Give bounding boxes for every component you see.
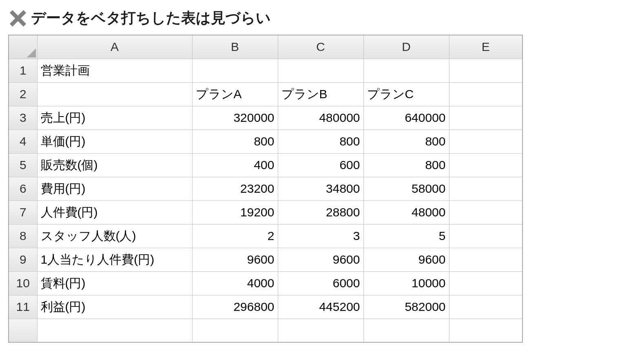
cell-A4[interactable]: 単価(円) xyxy=(37,130,192,153)
cell-C2[interactable]: プランB xyxy=(278,82,363,106)
table-row-partial xyxy=(9,319,522,342)
select-all-corner[interactable] xyxy=(9,35,37,59)
cell-E10[interactable] xyxy=(449,271,522,295)
row-header-5[interactable]: 5 xyxy=(9,153,37,177)
cell-D10[interactable]: 10000 xyxy=(363,271,449,295)
cell-A9[interactable]: 1人当たり人件費(円) xyxy=(37,248,192,271)
cell-D1[interactable] xyxy=(363,59,449,82)
cell-D5[interactable]: 800 xyxy=(363,153,449,177)
cell-C11[interactable]: 445200 xyxy=(278,295,363,319)
row-header-9[interactable]: 9 xyxy=(9,248,37,271)
cell-C10[interactable]: 6000 xyxy=(278,271,363,295)
cell-B4[interactable]: 800 xyxy=(192,130,278,153)
row-header-10[interactable]: 10 xyxy=(9,271,37,295)
cell-B12[interactable] xyxy=(192,319,278,342)
x-mark-icon xyxy=(8,9,28,28)
cell-D9[interactable]: 9600 xyxy=(363,248,449,271)
row-header-7[interactable]: 7 xyxy=(9,200,37,224)
row-header-1[interactable]: 1 xyxy=(9,59,37,82)
cell-D11[interactable]: 582000 xyxy=(363,295,449,319)
cell-B11[interactable]: 296800 xyxy=(192,295,278,319)
page-heading: データをベタ打ちした表は見づらい xyxy=(8,8,636,28)
cell-C6[interactable]: 34800 xyxy=(278,177,363,200)
cell-E8[interactable] xyxy=(449,224,522,248)
table-row: 8 スタッフ人数(人) 2 3 5 xyxy=(9,224,522,248)
cell-C1[interactable] xyxy=(278,59,363,82)
cell-B7[interactable]: 19200 xyxy=(192,200,278,224)
col-header-D[interactable]: D xyxy=(363,35,449,59)
cell-B2[interactable]: プランA xyxy=(192,82,278,106)
cell-E7[interactable] xyxy=(449,200,522,224)
row-header-11[interactable]: 11 xyxy=(9,295,37,319)
table-row: 5 販売数(個) 400 600 800 xyxy=(9,153,522,177)
cell-E6[interactable] xyxy=(449,177,522,200)
col-header-E[interactable]: E xyxy=(449,35,522,59)
cell-B6[interactable]: 23200 xyxy=(192,177,278,200)
cell-E11[interactable] xyxy=(449,295,522,319)
cell-D12[interactable] xyxy=(363,319,449,342)
heading-text: データをベタ打ちした表は見づらい xyxy=(31,8,271,28)
cell-A1[interactable]: 営業計画 xyxy=(37,59,192,82)
cell-B8[interactable]: 2 xyxy=(192,224,278,248)
cell-D4[interactable]: 800 xyxy=(363,130,449,153)
table-row: 10 賃料(円) 4000 6000 10000 xyxy=(9,271,522,295)
row-header-2[interactable]: 2 xyxy=(9,82,37,106)
row-header-4[interactable]: 4 xyxy=(9,130,37,153)
cell-C12[interactable] xyxy=(278,319,363,342)
row-header-12[interactable] xyxy=(9,319,37,342)
cell-E12[interactable] xyxy=(449,319,522,342)
cell-C5[interactable]: 600 xyxy=(278,153,363,177)
cell-D8[interactable]: 5 xyxy=(363,224,449,248)
row-header-8[interactable]: 8 xyxy=(9,224,37,248)
cell-A3[interactable]: 売上(円) xyxy=(37,106,192,130)
cell-B5[interactable]: 400 xyxy=(192,153,278,177)
cell-D7[interactable]: 48000 xyxy=(363,200,449,224)
table-row: 9 1人当たり人件費(円) 9600 9600 9600 xyxy=(9,248,522,271)
column-header-row: A B C D E xyxy=(9,35,522,59)
col-header-C[interactable]: C xyxy=(278,35,363,59)
cell-E1[interactable] xyxy=(449,59,522,82)
cell-A12[interactable] xyxy=(37,319,192,342)
cell-E4[interactable] xyxy=(449,130,522,153)
cell-A5[interactable]: 販売数(個) xyxy=(37,153,192,177)
cell-C4[interactable]: 800 xyxy=(278,130,363,153)
cell-A6[interactable]: 費用(円) xyxy=(37,177,192,200)
cell-D6[interactable]: 58000 xyxy=(363,177,449,200)
cell-B3[interactable]: 320000 xyxy=(192,106,278,130)
table-row: 4 単価(円) 800 800 800 xyxy=(9,130,522,153)
cell-E3[interactable] xyxy=(449,106,522,130)
col-header-B[interactable]: B xyxy=(192,35,278,59)
cell-E5[interactable] xyxy=(449,153,522,177)
cell-C9[interactable]: 9600 xyxy=(278,248,363,271)
table-row: 1 営業計画 xyxy=(9,59,522,82)
cell-A7[interactable]: 人件費(円) xyxy=(37,200,192,224)
row-header-3[interactable]: 3 xyxy=(9,106,37,130)
cell-D3[interactable]: 640000 xyxy=(363,106,449,130)
table-row: 3 売上(円) 320000 480000 640000 xyxy=(9,106,522,130)
spreadsheet-grid: A B C D E 1 営業計画 2 プランA プランB プランC 3 売上(円… xyxy=(8,35,523,343)
cell-E9[interactable] xyxy=(449,248,522,271)
cell-B10[interactable]: 4000 xyxy=(192,271,278,295)
cell-A11[interactable]: 利益(円) xyxy=(37,295,192,319)
cell-A10[interactable]: 賃料(円) xyxy=(37,271,192,295)
cell-C3[interactable]: 480000 xyxy=(278,106,363,130)
table-row: 6 費用(円) 23200 34800 58000 xyxy=(9,177,522,200)
cell-D2[interactable]: プランC xyxy=(363,82,449,106)
cell-A8[interactable]: スタッフ人数(人) xyxy=(37,224,192,248)
cell-B9[interactable]: 9600 xyxy=(192,248,278,271)
table-row: 2 プランA プランB プランC xyxy=(9,82,522,106)
cell-A2[interactable] xyxy=(37,82,192,106)
col-header-A[interactable]: A xyxy=(37,35,192,59)
cell-B1[interactable] xyxy=(192,59,278,82)
cell-E2[interactable] xyxy=(449,82,522,106)
cell-C8[interactable]: 3 xyxy=(278,224,363,248)
cell-C7[interactable]: 28800 xyxy=(278,200,363,224)
table-row: 7 人件費(円) 19200 28800 48000 xyxy=(9,200,522,224)
table-row: 11 利益(円) 296800 445200 582000 xyxy=(9,295,522,319)
row-header-6[interactable]: 6 xyxy=(9,177,37,200)
